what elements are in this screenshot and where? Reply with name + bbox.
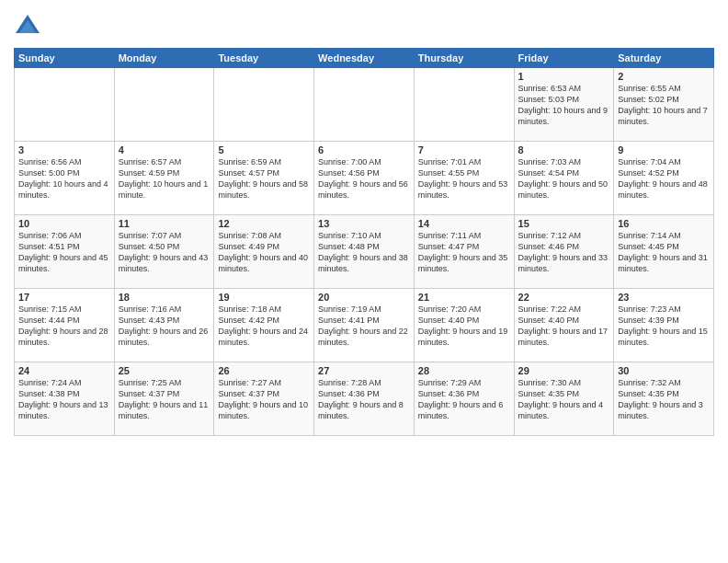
day-info: Sunrise: 7:15 AM Sunset: 4:44 PM Dayligh… (18, 304, 110, 349)
calendar-cell: 7Sunrise: 7:01 AM Sunset: 4:55 PM Daylig… (414, 142, 514, 215)
day-info: Sunrise: 6:55 AM Sunset: 5:02 PM Dayligh… (618, 83, 710, 128)
day-number: 1 (518, 71, 610, 82)
calendar-cell: 19Sunrise: 7:18 AM Sunset: 4:42 PM Dayli… (214, 289, 314, 362)
calendar-cell: 22Sunrise: 7:22 AM Sunset: 4:40 PM Dayli… (514, 289, 614, 362)
day-number: 27 (318, 365, 410, 376)
day-number: 24 (18, 365, 110, 376)
calendar-cell: 29Sunrise: 7:30 AM Sunset: 4:35 PM Dayli… (514, 362, 614, 436)
calendar-cell: 16Sunrise: 7:14 AM Sunset: 4:45 PM Dayli… (614, 215, 714, 289)
col-header-friday: Friday (514, 49, 614, 68)
day-number: 23 (618, 292, 710, 303)
day-number: 12 (218, 218, 310, 229)
day-number: 28 (418, 365, 510, 376)
day-info: Sunrise: 7:11 AM Sunset: 4:47 PM Dayligh… (418, 230, 510, 275)
calendar-cell: 3Sunrise: 6:56 AM Sunset: 5:00 PM Daylig… (15, 142, 115, 215)
day-info: Sunrise: 7:04 AM Sunset: 4:52 PM Dayligh… (618, 156, 710, 201)
calendar-cell: 10Sunrise: 7:06 AM Sunset: 4:51 PM Dayli… (15, 215, 115, 289)
day-info: Sunrise: 7:27 AM Sunset: 4:37 PM Dayligh… (218, 377, 310, 422)
calendar-cell: 25Sunrise: 7:25 AM Sunset: 4:37 PM Dayli… (114, 362, 214, 436)
calendar-cell: 26Sunrise: 7:27 AM Sunset: 4:37 PM Dayli… (214, 362, 314, 436)
day-info: Sunrise: 6:57 AM Sunset: 4:59 PM Dayligh… (119, 156, 210, 201)
day-number: 7 (418, 144, 510, 155)
day-number: 26 (218, 365, 310, 376)
calendar-cell: 2Sunrise: 6:55 AM Sunset: 5:02 PM Daylig… (614, 68, 714, 142)
day-info: Sunrise: 7:25 AM Sunset: 4:37 PM Dayligh… (119, 377, 210, 422)
day-info: Sunrise: 7:12 AM Sunset: 4:46 PM Dayligh… (518, 230, 610, 275)
day-number: 3 (18, 144, 110, 155)
col-header-monday: Monday (114, 49, 214, 68)
calendar-cell: 1Sunrise: 6:53 AM Sunset: 5:03 PM Daylig… (514, 68, 614, 142)
header-row: SundayMondayTuesdayWednesdayThursdayFrid… (15, 49, 714, 68)
day-number: 18 (119, 292, 210, 303)
day-number: 8 (518, 144, 610, 155)
day-number: 30 (618, 365, 710, 376)
day-number: 10 (18, 218, 110, 229)
week-row-3: 10Sunrise: 7:06 AM Sunset: 4:51 PM Dayli… (15, 215, 714, 289)
day-info: Sunrise: 7:18 AM Sunset: 4:42 PM Dayligh… (218, 304, 310, 349)
day-number: 14 (418, 218, 510, 229)
calendar-cell: 5Sunrise: 6:59 AM Sunset: 4:57 PM Daylig… (214, 142, 314, 215)
day-number: 5 (218, 144, 310, 155)
day-number: 15 (518, 218, 610, 229)
week-row-1: 1Sunrise: 6:53 AM Sunset: 5:03 PM Daylig… (15, 68, 714, 142)
day-number: 19 (218, 292, 310, 303)
calendar-cell (114, 68, 214, 142)
day-number: 29 (518, 365, 610, 376)
calendar-cell (414, 68, 514, 142)
header (14, 9, 714, 40)
day-number: 22 (518, 292, 610, 303)
week-row-5: 24Sunrise: 7:24 AM Sunset: 4:38 PM Dayli… (15, 362, 714, 436)
col-header-sunday: Sunday (15, 49, 115, 68)
day-info: Sunrise: 7:08 AM Sunset: 4:49 PM Dayligh… (218, 230, 310, 275)
calendar-cell: 24Sunrise: 7:24 AM Sunset: 4:38 PM Dayli… (15, 362, 115, 436)
day-number: 20 (318, 292, 410, 303)
logo-icon (14, 13, 41, 40)
calendar-cell: 6Sunrise: 7:00 AM Sunset: 4:56 PM Daylig… (314, 142, 415, 215)
week-row-2: 3Sunrise: 6:56 AM Sunset: 5:00 PM Daylig… (15, 142, 714, 215)
day-info: Sunrise: 6:53 AM Sunset: 5:03 PM Dayligh… (518, 83, 610, 128)
logo (14, 13, 45, 40)
day-number: 17 (18, 292, 110, 303)
col-header-saturday: Saturday (614, 49, 714, 68)
day-number: 11 (119, 218, 210, 229)
calendar-cell: 23Sunrise: 7:23 AM Sunset: 4:39 PM Dayli… (614, 289, 714, 362)
day-number: 25 (119, 365, 210, 376)
day-info: Sunrise: 7:28 AM Sunset: 4:36 PM Dayligh… (318, 377, 410, 422)
day-number: 16 (618, 218, 710, 229)
calendar-cell: 14Sunrise: 7:11 AM Sunset: 4:47 PM Dayli… (414, 215, 514, 289)
day-info: Sunrise: 7:06 AM Sunset: 4:51 PM Dayligh… (18, 230, 110, 275)
calendar-table: SundayMondayTuesdayWednesdayThursdayFrid… (14, 48, 714, 436)
day-info: Sunrise: 6:59 AM Sunset: 4:57 PM Dayligh… (218, 156, 310, 201)
day-info: Sunrise: 7:32 AM Sunset: 4:35 PM Dayligh… (618, 377, 710, 422)
day-info: Sunrise: 7:23 AM Sunset: 4:39 PM Dayligh… (618, 304, 710, 349)
day-info: Sunrise: 6:56 AM Sunset: 5:00 PM Dayligh… (18, 156, 110, 201)
day-info: Sunrise: 7:10 AM Sunset: 4:48 PM Dayligh… (318, 230, 410, 275)
day-info: Sunrise: 7:30 AM Sunset: 4:35 PM Dayligh… (518, 377, 610, 422)
calendar-cell (15, 68, 115, 142)
day-info: Sunrise: 7:00 AM Sunset: 4:56 PM Dayligh… (318, 156, 410, 201)
day-info: Sunrise: 7:29 AM Sunset: 4:36 PM Dayligh… (418, 377, 510, 422)
calendar-cell: 27Sunrise: 7:28 AM Sunset: 4:36 PM Dayli… (314, 362, 415, 436)
calendar-cell: 12Sunrise: 7:08 AM Sunset: 4:49 PM Dayli… (214, 215, 314, 289)
calendar-cell: 20Sunrise: 7:19 AM Sunset: 4:41 PM Dayli… (314, 289, 415, 362)
day-number: 9 (618, 144, 710, 155)
day-info: Sunrise: 7:16 AM Sunset: 4:43 PM Dayligh… (119, 304, 210, 349)
day-info: Sunrise: 7:07 AM Sunset: 4:50 PM Dayligh… (119, 230, 210, 275)
day-number: 6 (318, 144, 410, 155)
day-info: Sunrise: 7:22 AM Sunset: 4:40 PM Dayligh… (518, 304, 610, 349)
day-info: Sunrise: 7:20 AM Sunset: 4:40 PM Dayligh… (418, 304, 510, 349)
calendar-cell: 11Sunrise: 7:07 AM Sunset: 4:50 PM Dayli… (114, 215, 214, 289)
calendar-cell: 13Sunrise: 7:10 AM Sunset: 4:48 PM Dayli… (314, 215, 415, 289)
calendar-cell: 4Sunrise: 6:57 AM Sunset: 4:59 PM Daylig… (114, 142, 214, 215)
day-info: Sunrise: 7:19 AM Sunset: 4:41 PM Dayligh… (318, 304, 410, 349)
calendar-cell: 15Sunrise: 7:12 AM Sunset: 4:46 PM Dayli… (514, 215, 614, 289)
col-header-wednesday: Wednesday (314, 49, 415, 68)
week-row-4: 17Sunrise: 7:15 AM Sunset: 4:44 PM Dayli… (15, 289, 714, 362)
day-number: 21 (418, 292, 510, 303)
calendar-cell: 21Sunrise: 7:20 AM Sunset: 4:40 PM Dayli… (414, 289, 514, 362)
calendar-cell (314, 68, 415, 142)
day-number: 2 (618, 71, 710, 82)
calendar-cell: 18Sunrise: 7:16 AM Sunset: 4:43 PM Dayli… (114, 289, 214, 362)
col-header-thursday: Thursday (414, 49, 514, 68)
calendar-cell: 30Sunrise: 7:32 AM Sunset: 4:35 PM Dayli… (614, 362, 714, 436)
